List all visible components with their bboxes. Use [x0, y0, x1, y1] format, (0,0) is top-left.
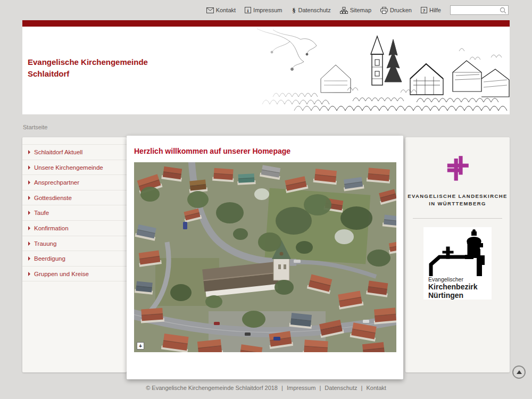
sidebar-item-unsere-kirchengemeinde[interactable]: Unsere Kirchengemeinde: [22, 160, 127, 176]
info-icon: i: [245, 7, 251, 13]
arrow-right-icon: [28, 165, 30, 170]
page-title: Herzlich willkommen auf unserer Homepage: [134, 147, 403, 155]
sitemap-label: Sitemap: [350, 7, 371, 13]
sidebar-item-ansprechpartner[interactable]: Ansprechpartner: [22, 175, 127, 190]
footer-separator: |: [361, 385, 363, 391]
footer-separator: |: [319, 385, 321, 391]
arrow-right-icon: [28, 272, 30, 276]
arrow-right-icon: [28, 211, 30, 215]
drucken-link[interactable]: Drucken: [380, 7, 412, 14]
arrow-right-icon: [28, 150, 30, 154]
sidebar-item-label: Gruppen und Kreise: [34, 271, 89, 277]
landeskirche-logo[interactable]: EVANGELISCHE LANDESKIRCHE IN WÜRTTEMBERG: [405, 154, 510, 207]
aerial-village-photo: +: [134, 162, 396, 352]
sidebar-item-label: Schlaitdorf Aktuell: [34, 149, 82, 155]
footer-separator: |: [281, 385, 283, 391]
kontakt-label: Kontakt: [216, 7, 236, 13]
site-title-line1: Evangelische Kirchengemeinde: [28, 56, 148, 68]
arrow-right-icon: [28, 242, 30, 246]
help-icon: ?: [421, 7, 427, 13]
kirchenbezirk-label-line2: Kirchenbezirk: [428, 282, 492, 291]
sitemap-icon: [340, 7, 348, 14]
printer-icon: [380, 7, 388, 14]
map-zoom-in-button[interactable]: +: [137, 342, 144, 350]
svg-text:§: §: [292, 7, 295, 14]
arrow-right-icon: [28, 196, 30, 200]
impressum-link[interactable]: i Impressum: [245, 7, 282, 13]
footer-link-datenschutz[interactable]: Datenschutz: [325, 385, 357, 391]
main-content-card: Herzlich willkommen auf unserer Homepage…: [127, 136, 403, 379]
sitemap-link[interactable]: Sitemap: [340, 7, 371, 14]
arrow-right-icon: [28, 256, 30, 261]
scroll-to-top-button[interactable]: [512, 365, 526, 379]
utility-bar: Kontakt i Impressum § Datenschutz Sitema…: [206, 5, 509, 15]
church-silhouette-icon: [423, 229, 489, 276]
mail-icon: [206, 7, 214, 13]
site-title-line2: Schlaitdorf: [28, 68, 148, 80]
arrow-right-icon: [28, 226, 30, 230]
arrow-up-icon: [517, 370, 522, 374]
kirchenbezirk-label-line1: Evangelischer: [428, 276, 492, 282]
hilfe-link[interactable]: ? Hilfe: [421, 7, 441, 13]
partner-panel: EVANGELISCHE LANDESKIRCHE IN WÜRTTEMBERG: [405, 137, 510, 372]
sidebar-item-schlaitdorf-aktuell[interactable]: Schlaitdorf Aktuell: [22, 145, 127, 160]
kirchenbezirk-label-line3: Nürtingen: [428, 291, 492, 300]
site-header: Evangelische Kirchengemeinde Schlaitdorf: [22, 27, 510, 114]
sidebar-item-konfirmation[interactable]: Konfirmation: [22, 221, 127, 236]
drucken-label: Drucken: [390, 7, 412, 13]
sidebar-item-label: Trauung: [34, 240, 56, 247]
copyright-text: © Evangelische Kirchengemeinde Schlaitdo…: [146, 385, 278, 391]
search-box: [450, 5, 509, 15]
paragraph-icon: §: [292, 7, 296, 14]
sidebar-item-label: Ansprechpartner: [34, 179, 79, 186]
sidebar-item-trauung[interactable]: Trauung: [22, 236, 127, 252]
kontakt-link[interactable]: Kontakt: [206, 7, 236, 13]
sidebar-item-label: Gottesdienste: [34, 195, 72, 201]
landeskirche-label-line1: EVANGELISCHE LANDESKIRCHE: [405, 193, 510, 200]
landeskirche-label-line2: IN WÜRTTEMBERG: [405, 200, 510, 207]
aerial-photo-rendering: [134, 162, 396, 352]
footer: © Evangelische Kirchengemeinde Schlaitdo…: [0, 385, 532, 391]
site-title[interactable]: Evangelische Kirchengemeinde Schlaitdorf: [28, 56, 148, 80]
sidebar-item-label: Taufe: [34, 210, 49, 216]
sidebar-item-gottesdienste[interactable]: Gottesdienste: [22, 190, 127, 206]
datenschutz-label: Datenschutz: [298, 7, 331, 13]
sidebar-item-gruppen-und-kreise[interactable]: Gruppen und Kreise: [22, 267, 127, 282]
accent-bar: [22, 20, 510, 27]
kirchenbezirk-logo[interactable]: Evangelischer Kirchenbezirk Nürtingen: [423, 227, 492, 300]
sidebar-item-beerdigung[interactable]: Beerdigung: [22, 251, 127, 267]
sidebar-item-label: Konfirmation: [34, 225, 69, 231]
datenschutz-link[interactable]: § Datenschutz: [292, 7, 331, 14]
sidebar-nav: Schlaitdorf Aktuell Unsere Kirchengemein…: [22, 137, 127, 372]
village-sketch-illustration: [241, 28, 510, 114]
panel-divider: [413, 218, 502, 219]
footer-link-kontakt[interactable]: Kontakt: [367, 385, 386, 391]
breadcrumb[interactable]: Startseite: [23, 124, 47, 130]
sidebar-item-label: Unsere Kirchengemeinde: [34, 164, 103, 171]
svg-text:i: i: [247, 8, 249, 13]
arrow-right-icon: [28, 180, 30, 185]
svg-text:?: ?: [423, 8, 426, 13]
search-icon[interactable]: [500, 7, 506, 14]
footer-link-impressum[interactable]: Impressum: [287, 385, 315, 391]
hilfe-label: Hilfe: [429, 7, 441, 13]
wuerttemberg-cross-icon: [445, 154, 470, 184]
sidebar-menu: Schlaitdorf Aktuell Unsere Kirchengemein…: [22, 144, 127, 281]
sidebar-item-label: Beerdigung: [34, 255, 65, 262]
sidebar-item-taufe[interactable]: Taufe: [22, 205, 127, 221]
impressum-label: Impressum: [253, 7, 282, 13]
